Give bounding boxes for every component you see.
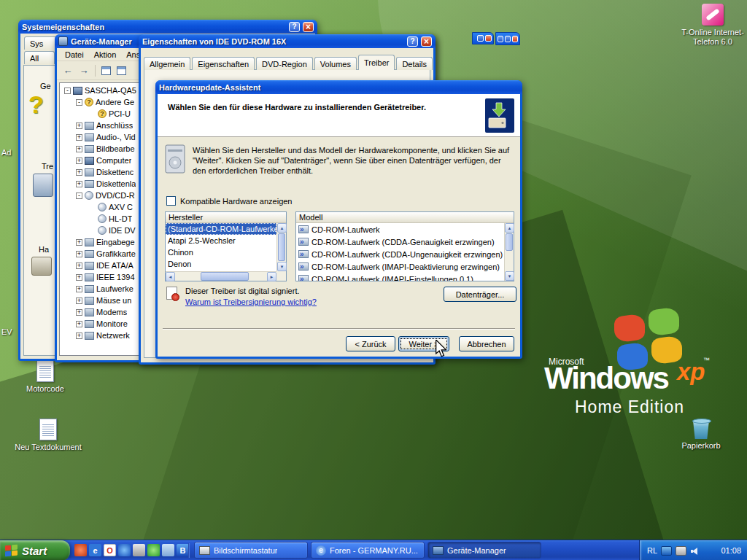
modell-item[interactable]: CD-ROM-Laufwerk (CDDA-Ungenauigkeit erzw… [296,248,504,260]
maximize-icon[interactable] [505,36,511,42]
tab[interactable]: Treiber [358,55,395,70]
titlebar[interactable]: Hardwareupdate-Assistent [155,80,522,94]
tree-item-label: Monitore [96,319,128,328]
opera-icon[interactable]: O [104,544,116,556]
scroll-up-icon[interactable] [505,223,514,233]
tab[interactable]: Allgemein [144,57,190,70]
tree-expand-toggle[interactable]: + [76,122,82,129]
tree-expand-toggle[interactable]: + [76,298,82,304]
tray-network-icon[interactable] [661,546,672,556]
hersteller-item[interactable]: Chinon [166,246,276,258]
tree-expand-toggle[interactable]: + [76,309,82,316]
scrollbar-track[interactable] [505,252,514,271]
hersteller-column-header[interactable]: Hersteller [166,212,286,223]
forward-arrow-icon[interactable] [76,63,92,77]
quick-launch-icon-5[interactable] [133,544,145,556]
scroll-down-icon[interactable] [277,262,287,271]
datentraeger-button[interactable]: Datenträger... [444,287,516,302]
desktop-icon-motorcode[interactable]: Motorcode [15,360,76,394]
tree-expand-toggle[interactable]: + [76,262,82,269]
tray-display-icon[interactable] [705,546,716,556]
tree-expand-toggle[interactable]: + [76,274,82,281]
signed-driver-info: Dieser Treiber ist digital signiert. War… [165,287,317,306]
window-title: Systemeigenschaften [22,23,286,31]
taskbar-task-button[interactable]: Foren - GERMANY.RU... [311,542,425,559]
taskbar-task-button[interactable]: Bildschirmtastatur [194,542,308,559]
hersteller-item[interactable]: Atapi 2.5-Wechsler [166,235,276,246]
tree-expand-toggle[interactable]: + [76,158,82,164]
desktop-icon-tonline[interactable]: T-Online Internet-Telefon 6.0 [680,4,746,47]
help-icon[interactable] [289,22,300,32]
tree-expand-toggle[interactable]: + [76,146,82,152]
tree-expand-toggle[interactable]: + [76,239,82,246]
quick-launch: eOB [74,544,189,556]
hersteller-item[interactable]: Denon [166,258,276,270]
scroll-left-icon[interactable] [166,272,175,281]
hersteller-item[interactable]: (Standard-CD-ROM-Laufwerke [166,223,276,235]
media-player-icon[interactable] [118,544,131,556]
checkbox[interactable] [166,196,176,206]
back-arrow-icon[interactable] [60,63,76,77]
abbrechen-button[interactable]: Abbrechen [459,336,514,351]
tray-volume-icon[interactable] [690,546,701,556]
internet-explorer-icon[interactable]: e [89,544,101,556]
tray-keyboard-icon[interactable] [676,546,686,556]
horizontal-scrollbar[interactable] [166,271,276,281]
vertical-scrollbar[interactable] [276,223,286,271]
messenger-icon[interactable] [147,544,160,556]
scroll-down-icon[interactable] [505,271,514,281]
close-icon[interactable] [421,36,432,47]
tree-expand-toggle[interactable]: - [76,99,82,106]
tree-expand-toggle[interactable]: + [76,321,82,327]
tree-expand-toggle[interactable]: + [76,134,82,141]
tree-expand-toggle[interactable]: + [76,181,82,187]
compatible-hardware-option[interactable]: Kompatible Hardware anzeigen [166,196,292,206]
minimize-icon[interactable] [477,35,484,42]
zurueck-button[interactable]: < Zurück [346,336,395,351]
scroll-right-icon[interactable] [267,272,276,281]
quick-launch-icon-7[interactable] [162,544,174,556]
vertical-scrollbar[interactable] [504,223,514,281]
desktop-icon-textdokument[interactable]: Neu Textdokument [12,419,85,452]
tab[interactable]: Eigenschaften [192,57,255,70]
bluetooth-icon[interactable]: B [177,544,189,556]
menu-item[interactable]: Datei [60,49,89,61]
tree-expand-toggle[interactable]: + [76,251,82,257]
driver-signing-link[interactable]: Warum ist Treibersignierung wichtig? [185,298,317,306]
modell-column-header[interactable]: Modell [296,212,514,223]
console-tree-icon[interactable] [101,66,111,75]
minimize-icon[interactable] [498,36,503,42]
help-icon[interactable] [407,36,418,47]
titlebar[interactable]: Eigenschaften von IDE DVD-ROM 16X [139,34,436,48]
tree-expand-toggle[interactable]: - [76,192,82,199]
scrollbar-thumb[interactable] [201,272,249,281]
properties-icon[interactable] [117,66,126,75]
close-icon[interactable] [485,35,492,42]
tree-expand-toggle[interactable]: + [76,169,82,176]
close-icon[interactable] [512,36,518,42]
language-indicator[interactable]: RL [647,546,657,555]
modell-item[interactable]: CD-ROM-Laufwerk (CDDA-Genauigkeit erzwin… [296,236,504,248]
scrollbar-track[interactable] [175,272,267,281]
scrollbar-thumb[interactable] [278,233,285,261]
tab[interactable]: Volumes [314,57,357,70]
start-button[interactable]: Start [0,540,70,560]
tab-fragment[interactable]: All [24,51,55,64]
titlebar[interactable]: Systemeigenschaften [18,20,317,34]
tab-fragment[interactable]: Sys [24,36,58,50]
scroll-up-icon[interactable] [277,223,287,233]
tree-expand-toggle[interactable]: - [64,88,71,94]
taskbar-task-button[interactable]: Geräte-Manager [427,542,541,559]
scrollbar-thumb[interactable] [506,233,513,251]
menu-item[interactable]: Aktion [89,49,122,61]
close-icon[interactable] [303,22,314,32]
clock[interactable]: 01:08 [721,546,741,555]
tree-expand-toggle[interactable]: + [76,332,82,339]
quick-launch-icon-1[interactable] [74,544,87,556]
modell-item[interactable]: CD-ROM-Laufwerk [296,223,504,236]
tree-expand-toggle[interactable]: + [76,286,82,292]
tab[interactable]: DVD-Region [256,57,313,70]
tab[interactable]: Details [396,57,433,70]
modell-item[interactable]: CD-ROM-Laufwerk (IMAPI-Deaktivierung erz… [296,260,504,273]
modell-item[interactable]: CD-ROM-Laufwerk (IMAPI-Einstellungen 0,1… [296,273,504,281]
